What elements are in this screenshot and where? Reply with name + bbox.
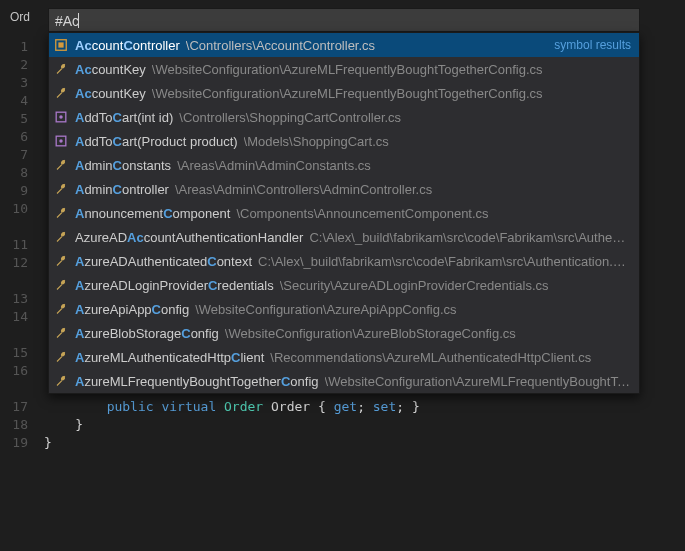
result-path: \Recommendations\AzureMLAuthenticatedHtt… (270, 350, 591, 365)
code-line: } (44, 434, 685, 452)
result-name: AzureADAuthenticatedContext (75, 254, 252, 269)
svg-rect-1 (58, 42, 63, 47)
result-path: \Components\AnnouncementComponent.cs (236, 206, 488, 221)
wrench-icon (53, 205, 69, 221)
result-row[interactable]: AccountKey\WebsiteConfiguration\AzureMLF… (49, 81, 639, 105)
result-name: AdminController (75, 182, 169, 197)
result-path: \Controllers\AccountController.cs (186, 38, 375, 53)
symbol-results-dropdown[interactable]: AccountController\Controllers\AccountCon… (48, 32, 640, 394)
wrench-icon (53, 301, 69, 317)
result-name: AdminConstants (75, 158, 171, 173)
result-name: AzureBlobStorageConfig (75, 326, 219, 341)
result-row[interactable]: AccountController\Controllers\AccountCon… (49, 33, 639, 57)
search-query-text: #Ac (55, 13, 79, 29)
result-row[interactable]: AccountKey\WebsiteConfiguration\AzureMLF… (49, 57, 639, 81)
wrench-icon (53, 61, 69, 77)
wrench-icon (53, 373, 69, 389)
result-row[interactable]: AnnouncementComponent\Components\Announc… (49, 201, 639, 225)
result-path: \WebsiteConfiguration\AzureApiAppConfig.… (195, 302, 456, 317)
result-name: AnnouncementComponent (75, 206, 230, 221)
result-name: AccountKey (75, 86, 146, 101)
svg-point-5 (59, 139, 63, 143)
method-icon (53, 133, 69, 149)
result-path: \WebsiteConfiguration\AzureMLFrequentlyB… (325, 374, 631, 389)
wrench-icon (53, 253, 69, 269)
goto-search-input[interactable]: #Ac (48, 8, 640, 32)
result-name: AzureADLoginProviderCredentials (75, 278, 274, 293)
wrench-icon (53, 85, 69, 101)
result-name: AccountController (75, 38, 180, 53)
line-number-gutter: 12345678910111213141516171819 (0, 38, 38, 551)
result-row[interactable]: AzureBlobStorageConfig\WebsiteConfigurat… (49, 321, 639, 345)
result-path: \WebsiteConfiguration\AzureMLFrequentlyB… (152, 86, 543, 101)
result-name: AzureApiAppConfig (75, 302, 189, 317)
method-icon (53, 109, 69, 125)
result-path: \Areas\Admin\Controllers\AdminController… (175, 182, 432, 197)
result-row[interactable]: AddToCart(int id)\Controllers\ShoppingCa… (49, 105, 639, 129)
result-row[interactable]: AzureMLFrequentlyBoughtTogetherConfig\We… (49, 369, 639, 393)
wrench-icon (53, 157, 69, 173)
code-line: } (44, 416, 685, 434)
result-row[interactable]: AddToCart(Product product)\Models\Shoppi… (49, 129, 639, 153)
result-row[interactable]: AzureADLoginProviderCredentials\Security… (49, 273, 639, 297)
result-row[interactable]: AzureApiAppConfig\WebsiteConfiguration\A… (49, 297, 639, 321)
result-path: \Controllers\ShoppingCartController.cs (179, 110, 401, 125)
wrench-icon (53, 349, 69, 365)
svg-point-3 (59, 115, 63, 119)
result-row[interactable]: AzureMLAuthenticatedHttpClient\Recommend… (49, 345, 639, 369)
result-path: C:\Alex\_build\fabrikam\src\code\Fabrika… (309, 230, 631, 245)
result-name: AzureMLFrequentlyBoughtTogetherConfig (75, 374, 319, 389)
result-path: \WebsiteConfiguration\AzureMLFrequentlyB… (152, 62, 543, 77)
code-line: public virtual Order Order { get; set; } (44, 398, 685, 416)
result-path: C:\Alex\_build\fabrikam\src\code\Fabrika… (258, 254, 631, 269)
wrench-icon (53, 277, 69, 293)
result-name: AccountKey (75, 62, 146, 77)
wrench-icon (53, 325, 69, 341)
result-path: \Areas\Admin\AdminConstants.cs (177, 158, 371, 173)
result-row[interactable]: AzureADAccountAuthenticationHandlerC:\Al… (49, 225, 639, 249)
symbol-results-hint: symbol results (554, 38, 631, 52)
result-row[interactable]: AzureADAuthenticatedContextC:\Alex\_buil… (49, 249, 639, 273)
result-row[interactable]: AdminController\Areas\Admin\Controllers\… (49, 177, 639, 201)
result-path: \WebsiteConfiguration\AzureBlobStorageCo… (225, 326, 516, 341)
result-path: \Models\ShoppingCart.cs (244, 134, 389, 149)
class-icon (53, 37, 69, 53)
tab-label: Ord (10, 10, 30, 24)
result-name: AddToCart(int id) (75, 110, 173, 125)
text-caret (78, 13, 79, 28)
result-name: AzureADAccountAuthenticationHandler (75, 230, 303, 245)
wrench-icon (53, 181, 69, 197)
wrench-icon (53, 229, 69, 245)
result-name: AzureMLAuthenticatedHttpClient (75, 350, 264, 365)
result-path: \Security\AzureADLoginProviderCredential… (280, 278, 549, 293)
result-row[interactable]: AdminConstants\Areas\Admin\AdminConstant… (49, 153, 639, 177)
result-name: AddToCart(Product product) (75, 134, 238, 149)
